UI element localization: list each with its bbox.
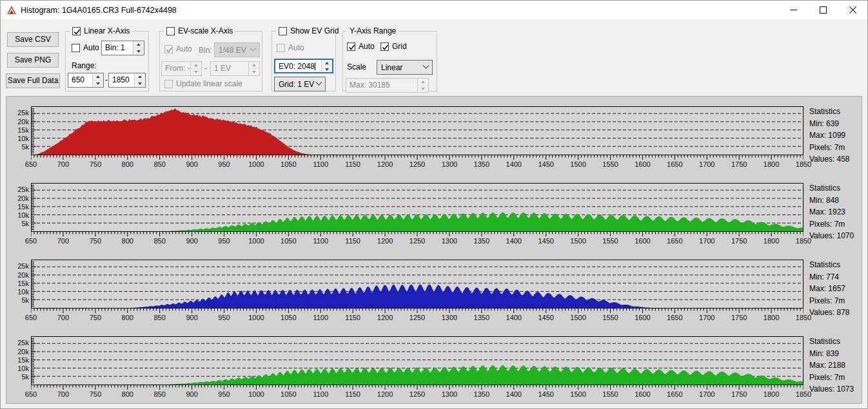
ev-to-spinner: 1 EV [210, 61, 260, 76]
x-tick-label: 1450 [538, 160, 553, 168]
histogram-plot [31, 106, 804, 155]
y-tick-label: 5k [21, 143, 29, 151]
maximize-button[interactable] [808, 1, 838, 19]
histogram-plot [31, 260, 804, 309]
x-tick-label: 1700 [699, 237, 715, 245]
x-tick-label: 1650 [667, 390, 682, 398]
x-tick-label: 1050 [281, 390, 296, 398]
window-title: Histogram: 1G4A0165.CR3 Full-6742x4498 [21, 6, 177, 15]
y-tick-label: 10k [17, 365, 29, 372]
x-tick-label: 700 [57, 314, 69, 321]
statistics-block: Statistics Min: 639 Max: 1099 Pixels: 7m… [804, 97, 862, 173]
x-tick-label: 1200 [377, 237, 393, 245]
y-tick-label: 25k [17, 185, 29, 193]
y-grid-label: Grid [392, 42, 407, 51]
minimize-button[interactable] [778, 1, 808, 19]
close-button[interactable] [838, 1, 867, 19]
x-axis-labels: 6507007508008509009501000105011001150120… [31, 314, 804, 323]
histogram-panel-r: 5k10k15k20k25k 6507007508008509009501000… [6, 97, 862, 173]
ev-grid-step-combo[interactable]: Grid: 1 EV [274, 77, 326, 91]
x-tick-label: 1350 [474, 237, 489, 245]
x-tick-label: 1200 [377, 160, 393, 168]
y-auto-checkbox[interactable] [347, 43, 355, 51]
stat-values: Values: 1070 [809, 230, 862, 242]
spin-arrows[interactable] [134, 73, 145, 87]
x-tick-label: 1600 [635, 237, 650, 245]
x-axis-labels: 6507007508008509009501000105011001150120… [31, 237, 804, 246]
linear-x-axis-checkbox[interactable] [72, 27, 81, 35]
linear-auto-label: Auto [83, 43, 99, 52]
x-tick-label: 1550 [602, 237, 618, 245]
x-tick-label: 900 [186, 314, 197, 321]
ev-scale-checkbox[interactable] [166, 27, 175, 35]
x-tick-label: 1750 [731, 237, 747, 245]
x-axis-ticks [31, 155, 804, 160]
histogram-plot [31, 336, 804, 385]
statistics-title: Statistics [809, 336, 862, 348]
ev-grid-auto-checkbox [277, 44, 285, 52]
x-tick-label: 700 [57, 237, 69, 245]
y-tick-label: 20k [17, 348, 29, 356]
y-tick-label: 15k [17, 203, 29, 211]
x-tick-label: 1750 [731, 160, 747, 168]
bin-spinner[interactable]: Bin: 1 [101, 41, 144, 55]
statistics-title: Statistics [809, 259, 862, 271]
stat-max: Max: 2188 [809, 359, 862, 372]
save-full-data-button[interactable]: Save Full Data [6, 73, 60, 88]
x-tick-label: 1600 [635, 314, 650, 321]
x-tick-label: 650 [25, 314, 37, 321]
y-tick-label: 20k [17, 195, 29, 202]
title-bar: Histogram: 1G4A0165.CR3 Full-6742x4498 [1, 1, 867, 19]
x-tick-label: 1300 [442, 314, 457, 321]
statistics-block: Statistics Min: 839 Max: 2188 Pixels: 7m… [804, 327, 862, 403]
x-tick-label: 1850 [796, 237, 811, 245]
y-tick-label: 5k [21, 373, 29, 381]
stat-pixels: Pixels: 7m [809, 142, 862, 154]
x-tick-label: 900 [186, 390, 197, 398]
x-tick-label: 1300 [442, 160, 457, 168]
x-tick-label: 750 [90, 160, 101, 168]
save-csv-button[interactable]: Save CSV [7, 32, 59, 47]
y-tick-label: 15k [17, 356, 29, 364]
group-ev-scale-x-axis: EV-scale X-Axis Auto Bin: 1/48 EV From: … [159, 31, 262, 91]
x-tick-label: 1850 [796, 390, 811, 398]
spin-arrows[interactable] [321, 60, 332, 72]
spin-arrows[interactable] [92, 73, 103, 87]
save-png-button[interactable]: Save PNG [7, 53, 59, 68]
y-auto-label: Auto [359, 42, 375, 51]
x-tick-label: 1700 [699, 314, 715, 321]
ev-grid-auto-label: Auto [288, 43, 304, 52]
x-tick-label: 1450 [538, 314, 553, 321]
update-linear-scale-checkbox [164, 80, 173, 88]
x-tick-label: 1750 [731, 390, 747, 398]
x-tick-label: 650 [25, 237, 37, 245]
scale-combo[interactable]: Linear [377, 60, 433, 75]
x-tick-label: 1000 [248, 314, 264, 321]
spin-arrows [248, 62, 259, 75]
linear-auto-checkbox[interactable] [72, 44, 80, 52]
range-dash: - [105, 75, 108, 84]
text-caret [315, 62, 315, 70]
range-label: Range: [72, 61, 97, 70]
ev-range-dash: - [204, 64, 207, 73]
controls-strip: Save CSV Save PNG Save Full Data Linear … [1, 19, 867, 96]
x-tick-label: 1300 [442, 237, 457, 245]
x-tick-label: 750 [90, 237, 101, 245]
x-tick-label: 1000 [248, 160, 264, 168]
y-grid-checkbox[interactable] [380, 43, 389, 51]
x-tick-label: 1250 [409, 160, 425, 168]
x-tick-label: 1500 [570, 390, 586, 398]
range-from-spinner[interactable]: 650 [68, 73, 104, 88]
spin-arrows[interactable] [133, 41, 144, 55]
x-tick-label: 1400 [506, 390, 522, 398]
window-controls [778, 1, 867, 19]
x-tick-label: 1350 [474, 160, 489, 168]
x-tick-label: 950 [218, 160, 230, 168]
x-tick-label: 1050 [281, 160, 296, 168]
show-ev-grid-checkbox[interactable] [279, 27, 287, 35]
range-to-spinner[interactable]: 1850 [108, 73, 146, 88]
x-tick-label: 1200 [377, 390, 393, 398]
ev0-spinner[interactable]: EV0: 2048 [274, 59, 333, 73]
x-tick-label: 1150 [345, 390, 360, 398]
x-axis-labels: 6507007508008509009501000105011001150120… [31, 390, 804, 399]
